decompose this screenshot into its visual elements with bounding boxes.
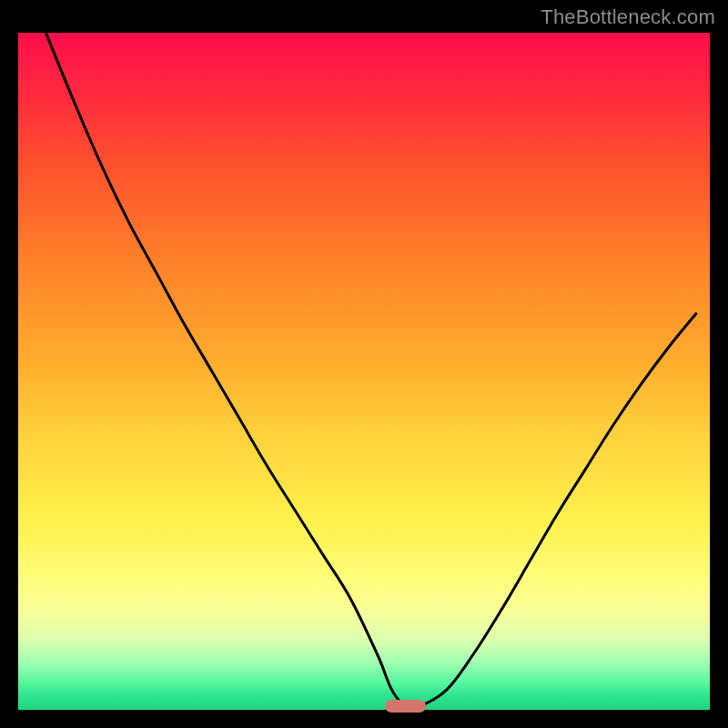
bottleneck-curve [18,33,710,710]
watermark-text: TheBottleneck.com [541,5,715,29]
optimal-range-marker [385,700,427,713]
plot-area [18,33,710,710]
chart-frame: TheBottleneck.com [0,0,728,728]
